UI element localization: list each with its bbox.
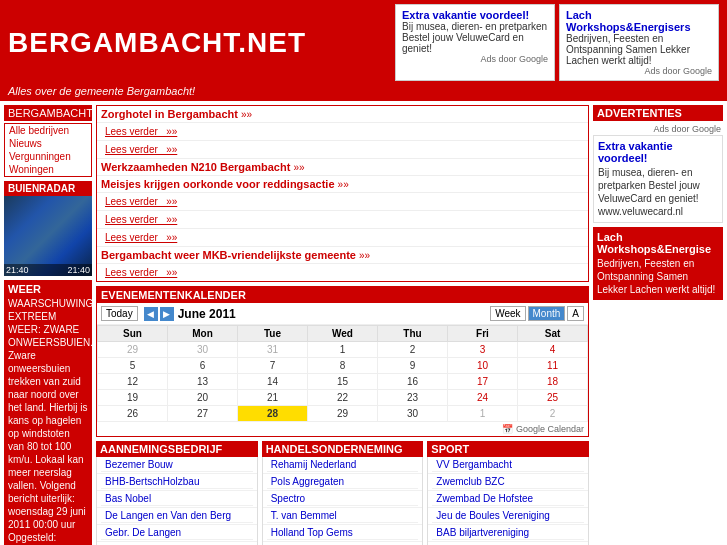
calendar-month-button[interactable]: Month (528, 306, 566, 321)
calendar-day-cell[interactable]: 2 (518, 406, 588, 422)
aannemingsbedrijf-list: Bezemer BouwBHB-BertschHolzbauBas NobelD… (96, 457, 258, 545)
calendar-day-cell[interactable]: 15 (308, 374, 378, 390)
calendar-day-cell[interactable]: 19 (98, 390, 168, 406)
calendar-day-cell[interactable]: 20 (168, 390, 238, 406)
news-more-1[interactable]: »» (241, 109, 252, 120)
news-title-1: Zorghotel in Bergambacht (101, 108, 238, 120)
news-item-5: Meisjes krijgen oorkonde voor reddingsac… (97, 176, 588, 193)
list-item[interactable]: Rehamij Nederland (267, 458, 419, 472)
calendar-day-cell[interactable]: 30 (168, 342, 238, 358)
right-ad-text: Bij musea, dieren- en pretparken Bestel … (598, 166, 718, 218)
right-ad-box-2[interactable]: Lach Workshops&Energise Bedrijven, Feest… (593, 227, 723, 300)
news-item-3: Lees verder »» (97, 141, 588, 159)
buienradar-overlay: 21:40 21:40 (4, 264, 92, 276)
calendar-week-row: 12131415161718 (98, 374, 588, 390)
google-calendar-link[interactable]: 📅 Google Calendar (97, 422, 588, 436)
list-item[interactable]: T. van Bemmel (267, 509, 419, 523)
calendar-day-cell[interactable]: 28 (238, 406, 308, 422)
right-ad-box-1[interactable]: Extra vakantie voordeel! Bij musea, dier… (593, 135, 723, 223)
ads-by-google-right: Ads door Google (593, 123, 723, 135)
calendar-a-button[interactable]: A (567, 306, 584, 321)
buienradar-box: BUIENRADAR 21:40 21:40 (4, 181, 92, 276)
main-layout: BERGAMBACHT Alle bedrijven Nieuws Vergun… (0, 101, 727, 545)
calendar-day-header-wed: Wed (308, 326, 378, 342)
calendar-day-cell[interactable]: 21 (238, 390, 308, 406)
calendar-day-cell[interactable]: 29 (98, 342, 168, 358)
aannemingsbedrijf-section: AANNEMINGSBEDRIJF Bezemer BouwBHB-Bertsc… (96, 441, 258, 545)
calendar-day-cell[interactable]: 4 (518, 342, 588, 358)
calendar-day-cell[interactable]: 27 (168, 406, 238, 422)
list-item[interactable]: Bas Nobel (101, 492, 253, 506)
calendar-day-cell[interactable]: 18 (518, 374, 588, 390)
sidebar-link-vergunningen[interactable]: Vergunningen (5, 150, 91, 163)
calendar-day-cell[interactable]: 16 (378, 374, 448, 390)
calendar-day-cell[interactable]: 14 (238, 374, 308, 390)
list-item[interactable]: Zwemclub BZC (432, 475, 584, 489)
calendar-day-cell[interactable]: 3 (448, 342, 518, 358)
calendar-day-cell[interactable]: 1 (448, 406, 518, 422)
calendar-day-cell[interactable]: 17 (448, 374, 518, 390)
calendar-week-button[interactable]: Week (490, 306, 525, 321)
header-ad-2[interactable]: Lach Workshops&Energisers Bedrijven, Fee… (559, 4, 719, 81)
google-cal-icon: 📅 (502, 424, 513, 434)
calendar-day-header-mon: Mon (168, 326, 238, 342)
buienradar-image[interactable]: 21:40 21:40 (4, 196, 92, 276)
sidebar-link-woningen[interactable]: Woningen (5, 163, 91, 176)
calendar-day-header-tue: Tue (238, 326, 308, 342)
calendar-day-cell[interactable]: 31 (238, 342, 308, 358)
calendar-day-cell[interactable]: 11 (518, 358, 588, 374)
news-more-5[interactable]: »» (338, 179, 349, 190)
list-item[interactable]: BHB-BertschHolzbau (101, 475, 253, 489)
list-item[interactable]: Bezemer Bouw (101, 458, 253, 472)
handelsonderneming-section: HANDELSONDERNEMING Rehamij NederlandPols… (262, 441, 424, 545)
list-item[interactable]: Holland Top Gems (267, 526, 419, 540)
news-lees-meer-4[interactable]: Lees verder »» (101, 213, 584, 226)
news-lees-meer-6[interactable]: Lees verder »» (101, 266, 584, 279)
news-lees-meer-2[interactable]: Lees verder »» (101, 143, 584, 156)
news-lees-meer-1[interactable]: Lees verder »» (101, 125, 584, 138)
list-item[interactable]: Zwembad De Hofstee (432, 492, 584, 506)
calendar-day-cell[interactable]: 1 (308, 342, 378, 358)
calendar-day-cell[interactable]: 25 (518, 390, 588, 406)
calendar-week-row: 262728293012 (98, 406, 588, 422)
list-item[interactable]: Pols Aggregaten (267, 475, 419, 489)
calendar-prev-button[interactable]: ◀ (144, 307, 158, 321)
calendar-day-cell[interactable]: 13 (168, 374, 238, 390)
list-item[interactable]: Gebr. De Langen (101, 526, 253, 540)
calendar-day-cell[interactable]: 12 (98, 374, 168, 390)
news-item-8: Lees verder »» (97, 229, 588, 247)
calendar-today-button[interactable]: Today (101, 306, 138, 321)
list-item[interactable]: Jeu de Boules Vereniging (432, 509, 584, 523)
list-item[interactable]: VV Bergambacht (432, 458, 584, 472)
calendar-day-cell[interactable]: 8 (308, 358, 378, 374)
calendar-next-button[interactable]: ▶ (160, 307, 174, 321)
header-ad2-title: Lach Workshops&Energisers (566, 9, 712, 33)
calendar-day-cell[interactable]: 29 (308, 406, 378, 422)
calendar-days-header: SunMonTueWedThuFriSat (98, 326, 588, 342)
news-more-4[interactable]: »» (293, 162, 304, 173)
calendar-day-cell[interactable]: 22 (308, 390, 378, 406)
news-item-1: Zorghotel in Bergambacht »» (97, 106, 588, 123)
header-ad-1[interactable]: Extra vakantie voordeel! Bij musea, dier… (395, 4, 555, 81)
news-lees-meer-3[interactable]: Lees verder »» (101, 195, 584, 208)
list-item[interactable]: BAB biljartvereniging (432, 526, 584, 540)
list-item[interactable]: De Langen en Van den Berg (101, 509, 253, 523)
calendar-day-cell[interactable]: 9 (378, 358, 448, 374)
calendar-day-cell[interactable]: 23 (378, 390, 448, 406)
calendar-day-cell[interactable]: 6 (168, 358, 238, 374)
calendar-day-cell[interactable]: 5 (98, 358, 168, 374)
calendar-day-cell[interactable]: 7 (238, 358, 308, 374)
news-lees-meer-5[interactable]: Lees verder »» (101, 231, 584, 244)
list-item[interactable]: Spectro (267, 492, 419, 506)
calendar-day-cell[interactable]: 26 (98, 406, 168, 422)
calendar-day-cell[interactable]: 2 (378, 342, 448, 358)
news-item-6: Lees verder »» (97, 193, 588, 211)
calendar-day-cell[interactable]: 10 (448, 358, 518, 374)
header-ad1-bygoogle: Ads door Google (402, 54, 548, 64)
sidebar-link-alle-bedrijven[interactable]: Alle bedrijven (5, 124, 91, 137)
news-more-9[interactable]: »» (359, 250, 370, 261)
advertenties-title: ADVERTENTIES (597, 107, 682, 119)
calendar-day-cell[interactable]: 24 (448, 390, 518, 406)
sidebar-link-nieuws[interactable]: Nieuws (5, 137, 91, 150)
calendar-day-cell[interactable]: 30 (378, 406, 448, 422)
